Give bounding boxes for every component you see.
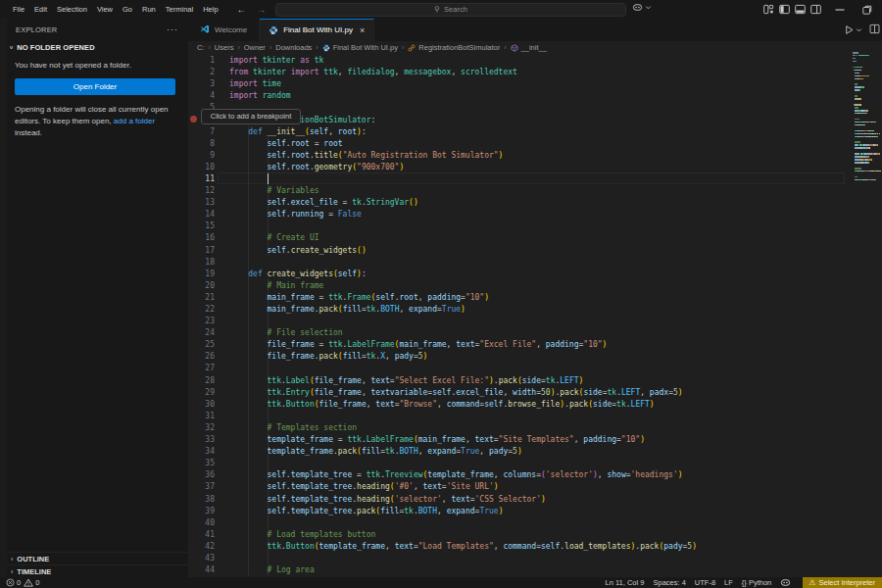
breadcrumb-item[interactable]: RegistrationBotSimulator — [408, 43, 500, 52]
split-editor-button[interactable] — [869, 21, 880, 38]
run-python-file-button[interactable] — [844, 24, 862, 35]
code-line-28: 28 ttk.Label(file_frame, text="Select Ex… — [188, 374, 882, 386]
minimize-icon[interactable] — [832, 0, 848, 19]
code-line-15: 15 — [188, 220, 882, 232]
run-dropdown-chevron-icon — [856, 26, 862, 33]
code-line-31: 31 — [188, 410, 882, 421]
line-number: 33 — [188, 435, 215, 444]
tab-welcome[interactable]: Welcome — [188, 19, 260, 41]
breadcrumb-separator-icon: › — [237, 44, 239, 51]
code-text: self.running = False — [229, 210, 362, 219]
code-line-33: 33 template_frame = ttk.LabelFrame(main_… — [188, 434, 882, 446]
line-number: 37 — [188, 482, 215, 491]
code-line-10: 10 self.root.geometry("900x700") — [188, 161, 882, 172]
line-number: 17 — [188, 246, 215, 255]
collapsed-chevron-icon: › — [11, 556, 13, 563]
line-number: 30 — [188, 400, 215, 409]
breadcrumb-label: Users — [215, 43, 234, 52]
code-line-32: 32 # Templates section — [188, 421, 882, 433]
menu-file[interactable]: File — [8, 0, 29, 19]
open-folder-button[interactable]: Open Folder — [15, 78, 175, 95]
code-line-44: 44 # Log area — [188, 564, 882, 576]
sidebar-section-timeline[interactable]: ›TIMELINE — [7, 564, 188, 577]
menu-selection[interactable]: Selection — [52, 0, 92, 19]
breadcrumb-item[interactable]: Users — [215, 43, 234, 52]
section-label: OUTLINE — [17, 555, 49, 564]
menu-terminal[interactable]: Terminal — [161, 0, 198, 19]
copilot-status-icon[interactable] — [780, 577, 791, 588]
copilot-button[interactable] — [632, 2, 652, 13]
toggle-panel-icon[interactable] — [792, 0, 808, 19]
no-folder-opened-section[interactable]: ∨ NO FOLDER OPENED — [7, 40, 188, 54]
menu-run[interactable]: Run — [137, 0, 161, 19]
menu-go[interactable]: Go — [118, 0, 137, 19]
line-number: 44 — [188, 565, 215, 574]
code-text: self.template_tree = ttk.Treeview(templa… — [229, 470, 683, 479]
code-line-22: 22 main_frame.pack(fill=tk.BOTH, expand=… — [188, 303, 882, 315]
breadcrumb-item[interactable]: C: — [197, 43, 205, 52]
line-number: 10 — [188, 163, 215, 172]
python-symbol-icon — [322, 44, 330, 52]
open-folder-hint: Opening a folder will close all currentl… — [15, 104, 177, 140]
line-number: 40 — [188, 518, 215, 527]
error-icon — [6, 578, 15, 587]
language-mode[interactable]: {} Python — [742, 578, 771, 587]
command-center-search[interactable]: ⚲ Search — [275, 3, 626, 17]
editor-group: Welcome Final Bot With UI.py × — [188, 19, 882, 576]
add-folder-link[interactable]: add a folder — [114, 117, 155, 125]
breadcrumb-item[interactable]: Downloads — [275, 43, 312, 52]
collapsed-chevron-icon: › — [11, 568, 13, 575]
toggle-secondary-sidebar-icon[interactable] — [808, 0, 823, 19]
breadcrumb-item[interactable]: Owner — [244, 43, 266, 52]
code-editor[interactable]: 1import tkinter as tk2from tkinter impor… — [188, 55, 882, 578]
code-line-40: 40 — [188, 516, 882, 528]
breadcrumb-item[interactable]: Final Bot With UI.py — [322, 43, 398, 52]
chevron-down-icon — [645, 4, 652, 11]
select-interpreter-badge[interactable]: ⚠ Select Interpreter — [803, 577, 882, 588]
sidebar-section-outline[interactable]: ›OUTLINE — [7, 552, 188, 564]
cursor-position[interactable]: Ln 11, Col 9 — [606, 578, 645, 587]
code-line-14: 14 self.running = False — [188, 209, 882, 220]
line-number: 22 — [188, 305, 215, 314]
problems-warnings[interactable]: 0 — [24, 578, 39, 587]
code-line-43: 43 — [188, 552, 882, 564]
error-count: 0 — [17, 578, 21, 587]
breadcrumb-label: Downloads — [275, 43, 312, 52]
tab-final-bot-with-ui[interactable]: Final Bot With UI.py × — [260, 19, 374, 41]
status-bar: 0 0 Ln 11, Col 9 Spaces: 4 UTF-8 LF {} P… — [0, 577, 882, 588]
code-text: # Log area — [229, 565, 315, 574]
breadcrumb: C:›Users›Owner›Downloads›Final Bot With … — [188, 41, 882, 55]
code-line-29: 29 ttk.Entry(file_frame, textvariable=se… — [188, 386, 882, 398]
code-line-41: 41 # Load templates button — [188, 528, 882, 540]
menu-view[interactable]: View — [92, 0, 118, 19]
minimap[interactable] — [853, 52, 881, 199]
line-number: 34 — [188, 447, 215, 456]
interpreter-warning-icon: ⚠ — [808, 578, 815, 587]
breadcrumb-item[interactable]: __init__ — [511, 43, 547, 52]
search-placeholder: Search — [444, 5, 467, 14]
indentation[interactable]: Spaces: 4 — [653, 578, 685, 587]
copilot-icon — [632, 2, 643, 13]
customize-layout-icon[interactable] — [760, 0, 776, 19]
nav-back-icon[interactable]: ← — [237, 4, 247, 15]
code-line-2: 2from tkinter import ttk, filedialog, me… — [188, 67, 882, 78]
code-line-9: 9 self.root.title("Auto Registration Bot… — [188, 149, 882, 161]
menu-help[interactable]: Help — [198, 0, 222, 19]
code-text: # Load templates button — [229, 530, 375, 539]
line-number: 8 — [188, 139, 215, 148]
line-number: 27 — [188, 364, 215, 372]
encoding[interactable]: UTF-8 — [695, 578, 715, 587]
breadcrumb-separator-icon: › — [316, 44, 318, 51]
nav-forward-icon[interactable]: → — [257, 4, 267, 15]
code-text: import random — [229, 91, 291, 100]
problems-errors[interactable]: 0 — [6, 578, 21, 587]
explorer-more-actions[interactable]: ··· — [167, 19, 178, 40]
code-line-24: 24 # File selection — [188, 327, 882, 339]
restore-window-icon[interactable] — [859, 0, 875, 19]
menu-edit[interactable]: Edit — [29, 0, 52, 19]
tab-close-icon[interactable]: × — [360, 25, 365, 35]
eol-sequence[interactable]: LF — [724, 578, 733, 587]
toggle-primary-sidebar-icon[interactable] — [776, 0, 792, 19]
warning-icon — [24, 578, 33, 587]
breadcrumb-label: RegistrationBotSimulator — [418, 43, 500, 52]
